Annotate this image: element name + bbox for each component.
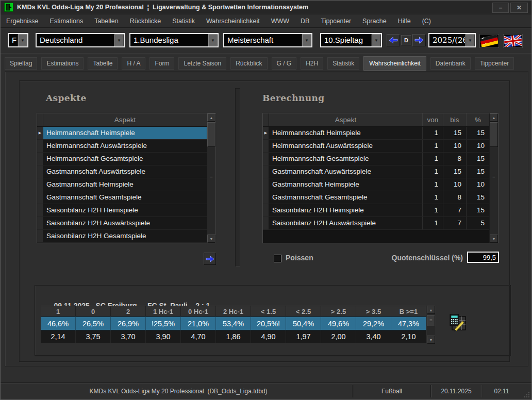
- dropdown-arrow-icon[interactable]: ▼: [18, 34, 27, 46]
- aspect-row[interactable]: Gastmannschaft Heimspiele: [37, 178, 207, 191]
- minimize-button[interactable]: –: [492, 3, 509, 13]
- title-bar[interactable]: KMDs KVL Odds-Liga My 20 Professional ¦ …: [1, 1, 531, 14]
- row-selector-header: [263, 113, 269, 126]
- menu-item-ergebnisse[interactable]: Ergebnisse: [1, 18, 44, 25]
- calculation-scrollbar[interactable]: ▲ = ▼: [489, 113, 498, 243]
- prev-matchday-button[interactable]: [387, 34, 400, 46]
- tab-datenbank[interactable]: Datenbank: [430, 57, 471, 70]
- country-combobox[interactable]: Deutschland ▼: [36, 33, 125, 47]
- probability-cell: 49,6%: [321, 316, 356, 330]
- close-icon: ✕: [517, 4, 522, 11]
- scroll-up-button[interactable]: ▲: [490, 113, 498, 122]
- chevron-down-icon: ▼: [21, 38, 25, 43]
- calc-aspect-label: Gastmannschaft Auswärtsspiele: [269, 165, 422, 178]
- scroll-up-button[interactable]: ▲: [207, 113, 215, 122]
- dropdown-arrow-icon[interactable]: ▼: [208, 34, 218, 46]
- transfer-aspect-button[interactable]: [204, 253, 216, 265]
- scrollbar-thumb[interactable]: [490, 122, 498, 147]
- aspect-row[interactable]: Gastmannschaft Gesamtspiele: [37, 191, 207, 204]
- calculation-row[interactable]: Saisonbilanz H2H Heimspiele1715: [263, 204, 489, 217]
- matchday-combobox[interactable]: 10.Spieltag ▼: [320, 33, 382, 47]
- language-german-button[interactable]: [479, 34, 499, 48]
- competition-combobox[interactable]: Meisterschaft ▼: [223, 33, 312, 47]
- chevron-down-icon: ▼: [305, 38, 309, 43]
- row-selector: [263, 178, 269, 191]
- probability-cell: 20,5%!: [251, 316, 286, 330]
- dropdown-arrow-icon[interactable]: ▼: [302, 34, 311, 46]
- menu-item-wahrscheinlichkeit[interactable]: Wahrscheinlichkeit: [201, 18, 265, 25]
- aspects-scrollbar[interactable]: ▲ = ▼: [207, 113, 215, 243]
- menu-item-sprache[interactable]: Sprache: [357, 18, 392, 25]
- menu-item-tippcenter[interactable]: Tippcenter: [315, 18, 357, 25]
- tab-form[interactable]: Form: [149, 57, 174, 70]
- dropdown-arrow-icon[interactable]: ▼: [371, 34, 381, 46]
- scrollbar-thumb[interactable]: =: [427, 315, 435, 326]
- close-button[interactable]: ✕: [510, 3, 528, 13]
- dropdown-arrow-icon[interactable]: ▼: [114, 34, 124, 46]
- scrollbar-thumb[interactable]: [207, 122, 215, 147]
- chevron-down-icon: ▼: [117, 38, 121, 43]
- menu-item-statistik[interactable]: Statistik: [167, 18, 201, 25]
- calculation-row[interactable]: Gastmannschaft Auswärtsspiele11515: [263, 165, 489, 178]
- menu-item-www[interactable]: WWW: [265, 18, 295, 25]
- scroll-down-button[interactable]: ▼: [207, 235, 215, 243]
- status-sport: Fußball: [353, 383, 430, 399]
- aspect-row[interactable]: Heimmannschaft Auswärtsspiele: [37, 140, 207, 153]
- next-matchday-button[interactable]: [412, 34, 426, 46]
- row-selector: [37, 217, 43, 229]
- aspect-row[interactable]: Saisonbilanz H2H Gesamtspiele: [37, 230, 207, 243]
- calculation-row[interactable]: Gastmannschaft Heimspiele11010: [263, 178, 489, 191]
- calc-pct-value: 15: [466, 191, 489, 204]
- tab-g-g[interactable]: G / G: [272, 57, 297, 70]
- tab-h-a[interactable]: H / A: [122, 57, 145, 70]
- calc-pct-value: 10: [466, 178, 489, 191]
- calc-von-value: 1: [422, 165, 443, 178]
- tab-letzte-saison[interactable]: Letzte Saison: [178, 57, 226, 70]
- scrollbar-track-mark: =: [207, 174, 215, 179]
- league-combobox[interactable]: 1.Bundesliga ▼: [129, 33, 219, 47]
- menu-item-tabellen[interactable]: Tabellen: [89, 18, 124, 25]
- row-selector: [37, 191, 43, 204]
- odds-key-input[interactable]: [467, 252, 499, 263]
- calculation-row[interactable]: Heimmannschaft Auswärtsspiele11010: [263, 140, 489, 153]
- menu-item-hilfe[interactable]: Hilfe: [392, 18, 417, 25]
- tab-r-ckblick[interactable]: Rückblick: [230, 57, 267, 70]
- tab-tabelle[interactable]: Tabelle: [88, 57, 118, 70]
- menu-item-r-ckblicke[interactable]: Rückblicke: [124, 18, 167, 25]
- minimize-icon: –: [499, 4, 503, 11]
- calculation-row[interactable]: ▶Heimmannschaft Heimspiele11515: [263, 127, 489, 140]
- scroll-up-button[interactable]: ▲: [427, 306, 435, 314]
- calculation-row[interactable]: Heimmannschaft Gesamtspiele1815: [263, 153, 489, 165]
- calculation-row[interactable]: Gastmannschaft Gesamtspiele1815: [263, 191, 489, 204]
- odds-table: 1021 Hc-10 Hc-12 Hc-1< 1.5< 2.5> 2.5> 3.…: [41, 306, 426, 343]
- tab-statistik[interactable]: Statistik: [327, 57, 359, 70]
- sport-filter-combobox[interactable]: F ▼: [8, 33, 28, 47]
- tab-spieltag[interactable]: Spieltag: [5, 57, 37, 70]
- odds-cell: 2,10: [391, 330, 426, 343]
- odds-key-label: Quotenschlüssel (%): [360, 254, 463, 262]
- aspect-row[interactable]: ▶Heimmannschaft Heimspiele: [37, 127, 207, 140]
- calculation-row[interactable]: Saisonbilanz H2H Auswärtsspiele175: [263, 217, 489, 230]
- tab-tippcenter[interactable]: Tippcenter: [475, 57, 514, 70]
- calculate-button[interactable]: [447, 312, 469, 332]
- menu-item-db[interactable]: DB: [295, 18, 315, 25]
- language-english-button[interactable]: [503, 34, 523, 48]
- aspect-row[interactable]: Saisonbilanz H2H Heimspiele: [37, 204, 207, 217]
- current-day-button[interactable]: D: [401, 35, 411, 45]
- tab-h2h[interactable]: H2H: [301, 57, 323, 70]
- odds-table-scrollbar[interactable]: ▲ = ▼: [427, 306, 435, 344]
- aspect-row[interactable]: Gastmannschaft Auswärtsspiele: [37, 165, 207, 178]
- menu-item-c[interactable]: (C): [417, 18, 437, 25]
- scroll-down-button[interactable]: ▼: [490, 235, 498, 243]
- season-combobox[interactable]: 2025/(26) ▼: [428, 33, 476, 47]
- aspect-row[interactable]: Heimmannschaft Gesamtspiele: [37, 153, 207, 165]
- row-selector: [37, 153, 43, 165]
- tab-estimations[interactable]: Estimations: [41, 57, 84, 70]
- dropdown-arrow-icon[interactable]: ▼: [465, 34, 475, 46]
- poisson-checkbox[interactable]: [274, 255, 281, 262]
- aspect-row[interactable]: Saisonbilanz H2H Auswärtsspiele: [37, 217, 207, 230]
- tab-wahrscheinlichkeit[interactable]: Wahrscheinlichkeit: [363, 56, 426, 71]
- resize-grip[interactable]: [521, 383, 531, 399]
- scroll-down-button[interactable]: ▼: [427, 336, 435, 344]
- menu-item-estimations[interactable]: Estimations: [44, 18, 89, 25]
